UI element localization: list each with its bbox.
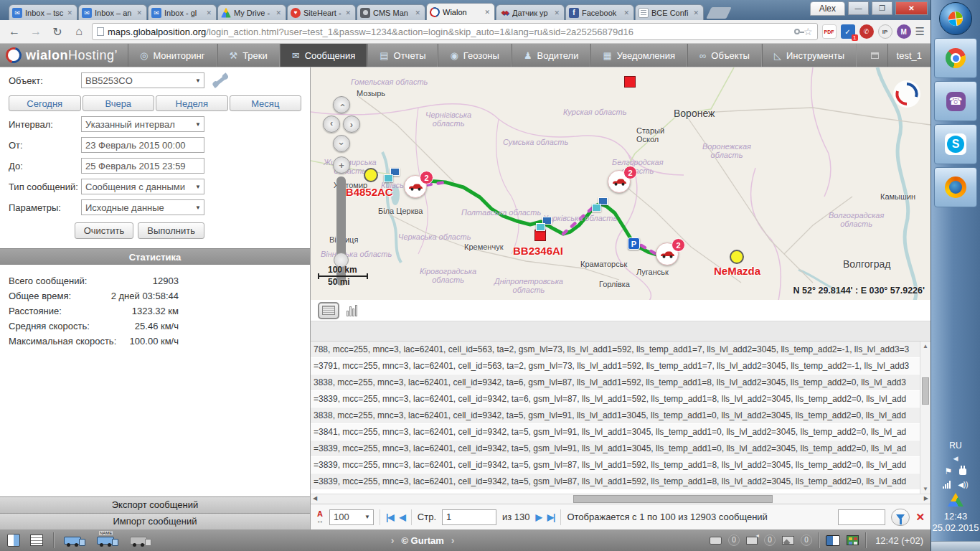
filter-input[interactable] <box>838 509 885 525</box>
action-center-flag-icon[interactable]: ⚑ <box>945 466 953 476</box>
table-view-icon[interactable] <box>318 302 339 319</box>
hidden-icons-arrow[interactable]: ◀ <box>953 455 958 462</box>
message-pin-marker[interactable] <box>384 168 400 182</box>
pdf-extension-icon[interactable]: PDF <box>822 24 837 39</box>
network-icon[interactable] <box>943 481 951 489</box>
volume-icon[interactable]: ◀)) <box>958 481 968 489</box>
maximize-button[interactable]: ❐ <box>872 1 892 15</box>
tab-close-icon[interactable]: ✕ <box>692 9 700 17</box>
language-indicator[interactable]: RU <box>949 441 961 451</box>
vehicle-marker[interactable]: 2 <box>404 175 427 198</box>
browser-tab[interactable]: SiteHeart -✕ <box>287 4 356 20</box>
execute-button[interactable]: Выполнить <box>138 222 204 239</box>
vehicle-marker[interactable]: 2 <box>656 242 679 265</box>
apps-grid-icon[interactable] <box>847 535 859 545</box>
panel-toggle-icon[interactable] <box>7 534 20 547</box>
quick-range-button[interactable]: Вчера <box>83 95 155 111</box>
truck-icon[interactable] <box>64 537 81 545</box>
browser-tab[interactable]: Inbox – tsc✕ <box>9 4 77 20</box>
yellow-point-marker[interactable] <box>364 168 378 182</box>
message-row[interactable]: =3839, mcc=255, mnc=3, lac=62401, cell_i… <box>311 391 920 408</box>
commands-icon[interactable] <box>746 537 758 545</box>
minimize-button[interactable]: — <box>848 1 869 15</box>
nav-item-reports[interactable]: ▤Отчеты <box>367 44 438 67</box>
jobs-icon[interactable] <box>710 537 722 545</box>
horizontal-scrollbar[interactable]: ◀ ▶ <box>311 494 930 504</box>
browser-tab[interactable]: BCE Confi✕ <box>635 4 704 20</box>
event-red-square-marker[interactable] <box>534 230 546 241</box>
power-plug-icon[interactable] <box>959 468 966 475</box>
bookmark-star-icon[interactable]: ☆ <box>804 26 813 37</box>
message-type-select[interactable]: Сообщения с данными <box>81 179 204 194</box>
scroll-up-icon[interactable]: ▲ <box>920 343 930 349</box>
check-extension-icon[interactable]: ✓1 <box>841 24 855 39</box>
tab-close-icon[interactable]: ✕ <box>622 9 631 17</box>
message-row[interactable]: 788, mcc=255, mnc=3, lac=62401, cell_id=… <box>311 342 920 358</box>
browser-tab[interactable]: Inbox – an✕ <box>78 4 147 20</box>
zoom-in-button[interactable]: + <box>333 156 350 174</box>
tab-close-icon[interactable]: ✕ <box>483 9 491 16</box>
tab-close-icon[interactable]: ✕ <box>552 9 561 17</box>
horizontal-scroll-thumb[interactable] <box>573 495 773 503</box>
tab-close-icon[interactable]: ✕ <box>413 9 422 17</box>
taskbar-viber-button[interactable]: ☎ <box>934 81 977 121</box>
pan-up-button[interactable]: › <box>333 96 350 113</box>
ip-extension-icon[interactable]: IP <box>878 24 892 39</box>
grid-toggle-icon[interactable] <box>30 534 43 546</box>
scroll-left-icon[interactable]: ◀ <box>313 495 317 501</box>
message-row[interactable]: 3838, mcc=255, mnc=3, lac=62401, cell_id… <box>311 375 920 391</box>
message-pin-marker[interactable] <box>592 197 608 212</box>
nav-item-notifications[interactable]: ▦Уведомления <box>590 44 687 67</box>
current-user[interactable]: test_1 <box>887 44 922 67</box>
prev-page-button[interactable]: ◀ <box>400 512 405 522</box>
autofit-columns-icon[interactable]: A↔ <box>316 511 324 524</box>
browser-menu-icon[interactable]: ☰ <box>915 25 925 38</box>
browser-tab[interactable]: Wialon✕ <box>426 3 495 20</box>
parking-marker[interactable]: P <box>628 237 640 250</box>
chart-view-icon[interactable] <box>347 305 357 316</box>
browser-tab[interactable]: Facebook✕ <box>565 4 634 20</box>
message-row[interactable]: =3841, mcc=255, mnc=3, lac=62401, cell_i… <box>311 424 920 441</box>
nav-item-drivers[interactable]: ♟Водители <box>512 44 591 67</box>
pan-right-button[interactable]: › <box>343 116 360 133</box>
tab-close-icon[interactable]: ✕ <box>344 9 352 17</box>
clear-button[interactable]: Очистить <box>75 222 134 239</box>
siteheart-extension-icon[interactable]: ✆ <box>859 24 874 39</box>
taskbar-skype-button[interactable]: S <box>934 124 977 164</box>
first-page-button[interactable]: |◀ <box>386 512 394 522</box>
message-row[interactable]: =3839, mcc=255, mnc=3, lac=62401, cell_i… <box>311 474 920 490</box>
taskbar-firefox-button[interactable] <box>934 167 977 207</box>
event-red-square-marker[interactable] <box>624 76 636 88</box>
nav-item-tracks[interactable]: ⚒Треки <box>217 44 280 67</box>
vehicle-marker[interactable]: 2 <box>608 170 631 193</box>
google-drive-tray-icon[interactable] <box>948 493 963 507</box>
close-button[interactable]: ✕ <box>895 1 928 15</box>
message-row[interactable]: 3838, mcc=255, mnc=3, lac=62401, cell_id… <box>311 408 920 424</box>
vertical-scrollbar[interactable]: ▲ ▼ <box>920 342 930 494</box>
back-button[interactable]: ← <box>6 25 23 38</box>
forward-button[interactable]: → <box>27 25 44 38</box>
truck-follow-icon[interactable] <box>130 537 147 545</box>
password-key-icon[interactable] <box>794 29 800 34</box>
scroll-down-icon[interactable]: ▼ <box>920 486 930 492</box>
nav-item-tools[interactable]: ◺Инструменты <box>762 44 857 67</box>
map[interactable]: Гомельская областьЧернігівська областьСу… <box>311 67 930 300</box>
yellow-point-marker[interactable] <box>730 250 744 264</box>
message-row[interactable]: =3839, mcc=255, mnc=3, lac=62401, cell_i… <box>311 441 920 457</box>
browser-tab[interactable]: Inbox - gl✕ <box>148 4 217 20</box>
browser-tab[interactable]: CMS Man✕ <box>357 4 425 20</box>
browser-tab[interactable]: My Drive -✕ <box>217 4 286 20</box>
copyright-text[interactable]: © Gurtam <box>401 535 443 546</box>
interval-select[interactable]: Указанный интервал <box>81 116 204 132</box>
page-size-select[interactable]: 100 <box>329 509 374 525</box>
tab-close-icon[interactable]: ✕ <box>135 9 143 17</box>
nav-item-monitoring[interactable]: ◎Мониторинг <box>128 44 217 67</box>
home-button[interactable]: ⌂ <box>70 25 88 38</box>
tab-close-icon[interactable]: ✕ <box>65 9 74 17</box>
quick-range-button[interactable]: Месяц <box>230 95 302 111</box>
tab-close-icon[interactable]: ✕ <box>274 9 283 17</box>
collapse-panel-icon[interactable] <box>871 52 879 59</box>
quick-range-button[interactable]: Сегодня <box>9 95 81 111</box>
quick-range-button[interactable]: Неделя <box>156 95 228 111</box>
m-extension-icon[interactable]: M <box>897 24 911 39</box>
